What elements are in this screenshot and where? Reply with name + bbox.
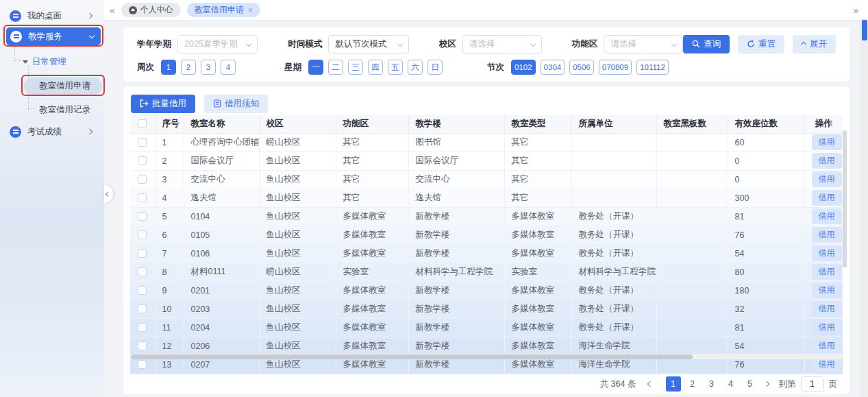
page-number-button[interactable]: 1 (666, 376, 681, 392)
tab-bar: « 个人中心 教室借用申请 × » (104, 0, 868, 21)
option-button[interactable]: 0506 (569, 60, 594, 75)
search-button[interactable]: 查询 (683, 35, 730, 53)
goto-page-input[interactable] (801, 376, 824, 392)
cell-blackboards (656, 133, 728, 152)
exam-scores-icon (10, 126, 21, 138)
cell-campus: 鱼山校区 (259, 207, 336, 226)
option-button[interactable]: 070809 (599, 60, 632, 75)
sidebar-item-exam-scores[interactable]: 考试成绩 (5, 123, 99, 140)
row-checkbox[interactable] (138, 175, 147, 184)
option-button[interactable]: 2 (181, 60, 196, 75)
table-row: 1心理咨询中心团辅室崂山校区其它图书馆其它60借用 (130, 133, 843, 152)
row-checkbox[interactable] (138, 286, 147, 295)
cell-campus: 鱼山校区 (259, 244, 336, 263)
option-button[interactable]: 4 (221, 60, 236, 75)
sidebar-item-label: 我的桌面 (27, 10, 88, 22)
option-button[interactable]: 1 (161, 60, 176, 75)
semester-select[interactable]: 2025夏季学期 (177, 35, 258, 53)
cell-department: 教务处（开课） (571, 281, 656, 300)
cell-blackboards (656, 170, 728, 189)
cell-department (571, 170, 656, 189)
time-mode-value: 默认节次模式 (335, 38, 386, 50)
document-icon (213, 99, 221, 108)
chevron-left-icon (106, 191, 110, 196)
reset-button[interactable]: 重置 (738, 35, 784, 53)
option-button[interactable]: 二 (328, 60, 343, 75)
batch-borrow-button[interactable]: 批量借用 (131, 95, 195, 113)
cell-index: 8 (155, 263, 184, 281)
option-button[interactable]: 日 (427, 60, 443, 75)
page-number-button[interactable]: 4 (723, 376, 739, 392)
reset-icon (747, 40, 755, 48)
borrow-button[interactable]: 借用 (812, 190, 842, 206)
row-checkbox[interactable] (138, 156, 147, 165)
borrow-button[interactable]: 借用 (812, 134, 842, 150)
chevron-up-icon (801, 42, 806, 47)
page-number-button[interactable]: 5 (743, 376, 758, 392)
borrow-button[interactable]: 借用 (812, 227, 842, 243)
close-icon[interactable]: × (248, 5, 253, 14)
option-button[interactable]: 六 (408, 60, 423, 75)
row-checkbox[interactable] (138, 267, 147, 276)
page-number-button[interactable]: 3 (704, 376, 719, 392)
cell-room-type: 多媒体教室 (504, 337, 571, 355)
zone-select[interactable]: 请选择 (604, 35, 683, 53)
option-button[interactable]: 3 (201, 60, 216, 75)
option-button[interactable]: 一 (308, 60, 323, 75)
next-page-button[interactable] (760, 382, 773, 386)
borrow-button[interactable]: 借用 (812, 282, 842, 298)
borrow-notice-button[interactable]: 借用须知 (204, 95, 268, 113)
borrow-button[interactable]: 借用 (812, 338, 842, 354)
campus-label: 校区 (439, 38, 456, 50)
option-button[interactable]: 0102 (511, 60, 536, 75)
option-button[interactable]: 五 (388, 60, 403, 75)
row-checkbox[interactable] (138, 323, 147, 332)
tabs-scroll-right-icon[interactable]: » (853, 5, 858, 16)
borrow-button[interactable]: 借用 (812, 301, 842, 317)
main-area: « 个人中心 教室借用申请 × » 学年学期 2025夏季学期 时间模式 默认节… (104, 0, 868, 397)
option-button[interactable]: 三 (348, 60, 363, 75)
option-button[interactable]: 0304 (541, 60, 565, 75)
row-checkbox[interactable] (138, 138, 147, 147)
tab-personal-center[interactable]: 个人中心 (121, 3, 181, 17)
tab-classroom-borrow-apply[interactable]: 教室借用申请 × (187, 3, 261, 17)
campus-select[interactable]: 请选择 (462, 35, 542, 53)
sidebar-item-daily-management[interactable]: 日常管理 (23, 53, 99, 70)
page-number-button[interactable]: 2 (685, 376, 700, 392)
row-checkbox[interactable] (138, 193, 147, 202)
prev-page-button[interactable] (643, 382, 664, 386)
semester-value: 2025夏季学期 (184, 38, 238, 50)
option-button[interactable]: 四 (368, 60, 383, 75)
row-checkbox[interactable] (138, 212, 147, 221)
expand-button[interactable]: 展开 (793, 35, 836, 53)
cell-seats: 0 (728, 152, 804, 170)
sidebar-item-teaching-services[interactable]: 教学服务 (6, 27, 101, 45)
tabs-scroll-left-icon[interactable]: « (110, 5, 115, 16)
cell-zone: 其它 (336, 170, 408, 189)
table-horizontal-scrollbar[interactable] (131, 354, 693, 359)
cell-seats: 54 (728, 337, 804, 355)
sidebar-item-classroom-borrow-records[interactable]: 教室借用记录 (39, 101, 103, 118)
row-checkbox[interactable] (138, 230, 147, 239)
borrow-button[interactable]: 借用 (812, 264, 842, 280)
borrow-button[interactable]: 借用 (812, 171, 842, 187)
time-mode-select[interactable]: 默认节次模式 (328, 35, 408, 53)
sidebar-item-classroom-borrow-apply[interactable]: 教室借用申请 (24, 77, 102, 95)
row-checkbox[interactable] (138, 341, 147, 350)
borrow-button[interactable]: 借用 (812, 208, 842, 224)
cell-campus: 鱼山校区 (259, 189, 336, 207)
row-checkbox[interactable] (138, 360, 147, 369)
row-checkbox[interactable] (138, 304, 147, 313)
option-button[interactable]: 101112 (636, 60, 669, 75)
semester-label: 学年学期 (137, 38, 171, 50)
page-scrollbar-thumb[interactable] (862, 20, 867, 40)
cell-department (571, 133, 656, 152)
sidebar-item-my-desktop[interactable]: 我的桌面 (5, 8, 99, 24)
borrow-button[interactable]: 借用 (812, 245, 842, 261)
table-vertical-scrollbar[interactable] (843, 130, 847, 267)
borrow-button[interactable]: 借用 (812, 153, 842, 169)
select-all-checkbox[interactable] (138, 119, 147, 128)
cell-zone: 其它 (336, 133, 408, 152)
borrow-button[interactable]: 借用 (812, 320, 842, 335)
row-checkbox[interactable] (138, 249, 147, 258)
